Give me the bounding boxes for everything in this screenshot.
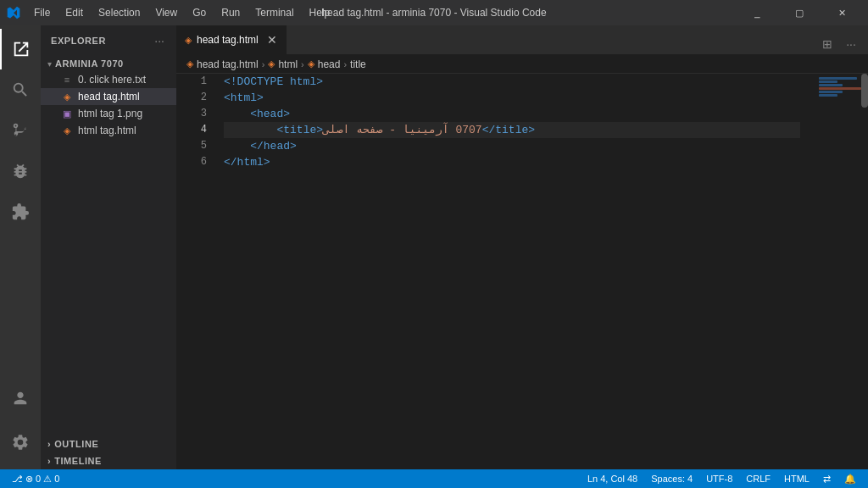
git-icon: ⎇ bbox=[12, 474, 23, 485]
bell-icon: 🔔 bbox=[844, 474, 856, 485]
line-num-4: 4 bbox=[201, 122, 207, 138]
breadcrumb-head[interactable]: ◈ head bbox=[308, 58, 341, 70]
mini-line-6 bbox=[819, 94, 837, 97]
breadcrumb-file-label: head tag.html bbox=[197, 58, 259, 70]
more-actions-button[interactable]: ··· bbox=[841, 34, 861, 54]
minimap bbox=[800, 74, 868, 469]
status-position[interactable]: Ln 4, Col 48 bbox=[582, 469, 643, 488]
mini-line-5 bbox=[819, 91, 843, 93]
code-line-5: </head> bbox=[224, 138, 800, 154]
breadcrumb-head-label: head bbox=[318, 58, 341, 70]
activity-debug[interactable] bbox=[0, 151, 41, 191]
file-name-3: html tag.html bbox=[78, 125, 136, 136]
activity-bar bbox=[0, 25, 41, 469]
menu-view[interactable]: View bbox=[148, 5, 184, 20]
menu-run[interactable]: Run bbox=[214, 5, 247, 20]
folder-header[interactable]: ▾ ARMINIA 7070 bbox=[41, 56, 176, 71]
breadcrumb-html-label: html bbox=[278, 58, 298, 70]
sidebar-actions: ··· bbox=[153, 32, 166, 49]
status-remote[interactable]: ⇄ bbox=[818, 469, 836, 488]
code-line-3: <head> bbox=[224, 106, 800, 122]
file-name-0: 0. click here.txt bbox=[78, 74, 146, 86]
outline-label: OUTLINE bbox=[54, 439, 98, 449]
main-layout: EXPLORER ··· ▾ ARMINIA 7070 ≡ 0. click h… bbox=[0, 25, 868, 469]
txt-file-icon: ≡ bbox=[61, 74, 73, 86]
line-num-2: 2 bbox=[201, 90, 207, 106]
file-item-3[interactable]: ◈ html tag.html bbox=[41, 122, 176, 139]
menu-terminal[interactable]: Terminal bbox=[248, 5, 300, 20]
breadcrumb-file-icon: ◈ bbox=[186, 58, 193, 69]
window-controls: ⎯ ▢ ✕ bbox=[737, 0, 861, 25]
breadcrumb-html[interactable]: ◈ html bbox=[268, 58, 298, 70]
timeline-section[interactable]: › TIMELINE bbox=[41, 452, 176, 469]
code-line-2: <html> bbox=[224, 90, 800, 106]
breadcrumb-title[interactable]: title bbox=[350, 58, 366, 70]
tab-file-icon: ◈ bbox=[185, 35, 192, 46]
breadcrumb-html-icon: ◈ bbox=[268, 58, 275, 69]
file-item-0[interactable]: ≡ 0. click here.txt bbox=[41, 71, 176, 88]
breadcrumb-file[interactable]: ◈ head tag.html bbox=[186, 58, 259, 70]
status-spaces[interactable]: Spaces: 4 bbox=[646, 469, 698, 488]
line-numbers: 1 2 3 4 5 6 bbox=[176, 74, 217, 469]
window-title: head tag.html - arminia 7070 - Visual St… bbox=[321, 7, 546, 19]
status-branch[interactable]: ⎇ ⊗ 0 ⚠ 0 bbox=[7, 469, 64, 488]
timeline-arrow: › bbox=[47, 456, 51, 466]
mini-line-2 bbox=[819, 80, 837, 83]
maximize-button[interactable]: ▢ bbox=[780, 0, 819, 25]
activity-search[interactable] bbox=[0, 69, 41, 110]
folder-name: ARMINIA 7070 bbox=[55, 58, 124, 69]
menu-edit[interactable]: Edit bbox=[58, 5, 90, 20]
sidebar-empty bbox=[41, 246, 176, 435]
breadcrumb: ◈ head tag.html › ◈ html › ◈ head › titl… bbox=[176, 55, 868, 74]
activity-explorer[interactable] bbox=[0, 29, 41, 69]
file-item-2[interactable]: ▣ html tag 1.png bbox=[41, 105, 176, 122]
status-warnings: ⚠ bbox=[43, 474, 52, 485]
tab-bar: ◈ head tag.html ✕ ⊞ ··· bbox=[176, 25, 868, 55]
outline-section[interactable]: › OUTLINE bbox=[41, 435, 176, 452]
status-encoding[interactable]: UTF-8 bbox=[701, 469, 737, 488]
mini-line-4 bbox=[819, 87, 861, 90]
minimize-button[interactable]: ⎯ bbox=[737, 0, 776, 25]
outline-arrow: › bbox=[47, 439, 51, 449]
status-warning-count: 0 bbox=[54, 474, 59, 484]
status-bell[interactable]: 🔔 bbox=[839, 469, 861, 488]
png-file-icon: ▣ bbox=[61, 108, 73, 119]
sidebar-more-button[interactable]: ··· bbox=[153, 32, 166, 49]
folder-arrow-icon: ▾ bbox=[47, 59, 52, 69]
editor-content[interactable]: 1 2 3 4 5 6 <!DOCTYPE html> <html> <head bbox=[176, 74, 868, 469]
code-line-1: <!DOCTYPE html> bbox=[224, 74, 800, 90]
title-bar: File Edit Selection View Go Run Terminal… bbox=[0, 0, 868, 25]
activity-account[interactable] bbox=[0, 378, 41, 419]
code-line-4: <title>7070 آرمینیا - صفحه اصلی</title> bbox=[224, 122, 800, 138]
menu-selection[interactable]: Selection bbox=[92, 5, 147, 20]
remote-icon: ⇄ bbox=[823, 474, 831, 485]
code-editor[interactable]: <!DOCTYPE html> <html> <head> <title>707… bbox=[217, 74, 800, 469]
activity-bottom bbox=[0, 378, 41, 469]
editor-tab-active[interactable]: ◈ head tag.html ✕ bbox=[176, 25, 287, 54]
minimap-content bbox=[817, 74, 868, 101]
status-bar: ⎇ ⊗ 0 ⚠ 0 Ln 4, Col 48 Spaces: 4 UTF-8 C… bbox=[0, 469, 868, 488]
explorer-section: ▾ ARMINIA 7070 ≡ 0. click here.txt ◈ hea… bbox=[41, 56, 176, 246]
tab-close-button[interactable]: ✕ bbox=[267, 33, 277, 47]
menu-file[interactable]: File bbox=[27, 5, 57, 20]
breadcrumb-sep-3: › bbox=[343, 59, 347, 69]
code-line-6: </html> bbox=[224, 154, 800, 170]
html-file-icon-1: ◈ bbox=[61, 91, 73, 103]
file-item-1[interactable]: ◈ head tag.html bbox=[41, 88, 176, 105]
mini-line-1 bbox=[819, 77, 857, 80]
status-language[interactable]: HTML bbox=[779, 469, 815, 488]
menu-go[interactable]: Go bbox=[186, 5, 213, 20]
activity-settings[interactable] bbox=[0, 422, 41, 463]
split-editor-button[interactable]: ⊞ bbox=[817, 34, 837, 54]
close-button[interactable]: ✕ bbox=[822, 0, 861, 25]
vscode-icon bbox=[7, 6, 20, 19]
line-num-1: 1 bbox=[201, 74, 207, 90]
minimap-scrollbar[interactable] bbox=[861, 74, 868, 108]
status-line-ending[interactable]: CRLF bbox=[741, 469, 776, 488]
file-name-1: head tag.html bbox=[78, 91, 140, 103]
sidebar: EXPLORER ··· ▾ ARMINIA 7070 ≡ 0. click h… bbox=[41, 25, 176, 469]
timeline-label: TIMELINE bbox=[54, 456, 102, 466]
activity-extensions[interactable] bbox=[0, 191, 41, 232]
html-file-icon-2: ◈ bbox=[61, 125, 73, 136]
activity-source-control[interactable] bbox=[0, 110, 41, 151]
